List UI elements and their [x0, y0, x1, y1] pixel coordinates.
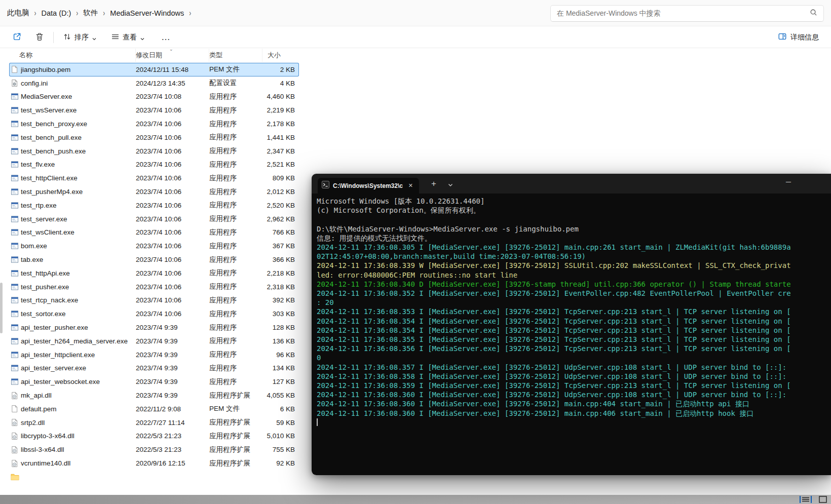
breadcrumb-item[interactable]: Data (D:) — [37, 7, 75, 19]
file-row[interactable]: libcrypto-3-x64.dll2022/5/3 21:23应用程序扩展5… — [9, 430, 299, 443]
terminal-titlebar[interactable]: C:\Windows\System32\cmd.e ✕ + ─ — [312, 174, 831, 193]
file-type: 应用程序 — [209, 106, 262, 115]
file-size: 2,012 KB — [262, 188, 297, 196]
terminal-minimize-button[interactable]: ─ — [786, 178, 791, 186]
file-date: 2023/7/4 10:06 — [136, 174, 209, 182]
file-row[interactable]: libssl-3-x64.dll2022/5/3 21:23应用程序扩展755 … — [9, 443, 299, 456]
exe-file-icon — [11, 296, 21, 304]
file-row[interactable]: test_rtcp_nack.exe2023/7/4 10:06应用程序392 … — [9, 294, 299, 307]
file-type: 应用程序 — [209, 377, 262, 386]
exe-file-icon — [11, 93, 21, 100]
share-button[interactable] — [8, 29, 26, 46]
view-lines-icon — [111, 32, 120, 43]
file-row[interactable]: srtp2.dll2022/7/27 11:14应用程序扩展59 KB — [9, 416, 299, 430]
breadcrumb-chevron-icon[interactable]: › — [75, 8, 79, 17]
chevron-down-icon — [92, 35, 97, 40]
file-row[interactable]: test_pusherMp4.exe2023/7/4 10:06应用程序2,01… — [9, 185, 299, 199]
file-size: 128 KB — [262, 324, 297, 331]
breadcrumb-chevron-icon[interactable]: › — [188, 8, 192, 17]
terminal-line: 0 — [317, 353, 831, 362]
file-row[interactable]: test_bench_push.exe2023/7/4 10:06应用程序2,3… — [9, 144, 299, 158]
file-row[interactable]: api_tester_server.exe2023/7/4 9:39应用程序13… — [9, 362, 299, 375]
file-date: 2023/7/4 10:06 — [136, 134, 209, 141]
delete-button[interactable] — [31, 29, 48, 46]
file-row[interactable]: bom.exe2023/7/4 10:06应用程序367 KB — [9, 239, 299, 253]
file-row[interactable]: test_wsServer.exe2023/7/4 10:06应用程序2,219… — [9, 103, 299, 117]
search-box[interactable]: 在 MediaServer-Windows 中搜索 — [550, 5, 824, 22]
file-size: 2,347 KB — [262, 147, 297, 155]
thumbnail-view-toggle[interactable] — [819, 496, 827, 503]
tab-close-icon[interactable]: ✕ — [406, 182, 415, 189]
file-name: test_httpClient.exe — [21, 174, 136, 182]
file-size: 6 KB — [262, 405, 297, 413]
file-name: api_tester_httpclient.exe — [21, 351, 136, 359]
sort-arrows-icon — [63, 32, 71, 43]
file-row[interactable]: test_sortor.exe2023/7/4 10:06应用程序303 KB — [9, 307, 299, 321]
file-row[interactable]: default.pem2022/11/2 9:08PEM 文件6 KB — [9, 402, 299, 416]
file-row[interactable]: test_rtp.exe2023/7/4 10:06应用程序2,520 KB — [9, 199, 299, 212]
sort-direction-icon: ⌄ — [169, 47, 173, 52]
file-name: tab.exe — [21, 256, 136, 263]
file-row[interactable]: api_tester_pusher.exe2023/7/4 9:39应用程序12… — [9, 321, 299, 334]
column-header-size[interactable]: 大小 — [262, 49, 299, 62]
file-size: 4,055 KB — [262, 392, 297, 399]
file-row[interactable]: MediaServer.exe2023/7/4 10:08应用程序4,460 K… — [9, 90, 299, 104]
column-header-name[interactable]: 名称 — [9, 49, 136, 62]
details-view-toggle[interactable] — [800, 496, 812, 503]
new-tab-button[interactable]: + — [431, 179, 436, 188]
more-options-button[interactable]: … — [157, 29, 175, 46]
tab-dropdown-button[interactable] — [447, 181, 454, 190]
exe-file-icon — [11, 283, 21, 291]
file-row[interactable] — [9, 470, 299, 484]
sort-button[interactable]: 排序 — [59, 29, 101, 46]
breadcrumb-chevron-icon[interactable]: › — [33, 8, 37, 17]
file-row[interactable]: test_wsClient.exe2023/7/4 10:06应用程序766 K… — [9, 226, 299, 240]
breadcrumb-item[interactable]: 此电脑 — [3, 6, 33, 20]
file-type: 应用程序 — [209, 323, 262, 332]
breadcrumb-chevron-icon[interactable]: › — [102, 8, 106, 17]
exe-file-icon — [11, 337, 21, 345]
file-row[interactable]: test_httpApi.exe2023/7/4 10:06应用程序2,218 … — [9, 266, 299, 280]
file-type: 应用程序 — [209, 187, 262, 197]
file-size: 2,520 KB — [262, 202, 297, 209]
file-row[interactable]: api_tester_httpclient.exe2023/7/4 9:39应用… — [9, 348, 299, 362]
file-row[interactable]: jiangshuibo.pem2024/12/11 15:48PEM 文件2 K… — [9, 63, 299, 76]
file-row[interactable]: config.ini2024/12/3 14:35配置设置4 KB — [9, 76, 299, 90]
search-input[interactable]: 在 MediaServer-Windows 中搜索 — [557, 9, 810, 18]
terminal-tab[interactable]: C:\Windows\System32\cmd.e ✕ — [318, 178, 419, 193]
file-row[interactable]: test_server.exe2023/7/4 10:06应用程序2,962 K… — [9, 212, 299, 226]
file-row[interactable]: test_flv.exe2023/7/4 10:06应用程序2,521 KB — [9, 158, 299, 172]
column-header-type[interactable]: 类型 — [209, 49, 262, 62]
file-size: 2 KB — [262, 66, 297, 73]
file-size: 2,521 KB — [262, 161, 297, 168]
file-size: 766 KB — [262, 228, 297, 236]
breadcrumb-item[interactable]: 软件 — [79, 6, 102, 20]
file-size: 2,218 KB — [262, 269, 297, 277]
file-row[interactable]: api_tester_websocket.exe2023/7/4 9:39应用程… — [9, 375, 299, 389]
file-row[interactable]: test_httpClient.exe2023/7/4 10:06应用程序809… — [9, 171, 299, 185]
file-row[interactable]: test_bench_proxy.exe2023/7/4 10:06应用程序2,… — [9, 117, 299, 131]
breadcrumb-item[interactable]: MediaServer-Windows — [106, 7, 188, 19]
terminal-line: 2024-12-11 17:36:08.354 I [MediaServer.e… — [317, 317, 831, 326]
file-list: jiangshuibo.pem2024/12/11 15:48PEM 文件2 K… — [9, 63, 299, 495]
search-icon[interactable] — [810, 9, 817, 18]
file-name: test_pusherMp4.exe — [21, 188, 136, 196]
terminal-line: (c) Microsoft Corporation。保留所有权利。 — [317, 206, 831, 215]
terminal-output[interactable]: Microsoft Windows [版本 10.0.22631.4460](c… — [312, 193, 831, 475]
file-name: libssl-3-x64.dll — [21, 446, 136, 453]
details-pane-button[interactable]: 详细信息 — [774, 29, 823, 46]
file-type: 应用程序 — [209, 309, 262, 319]
terminal-line: 2024-12-11 17:36:08.359 I [MediaServer.e… — [317, 381, 831, 390]
view-button[interactable]: 查看 — [107, 29, 149, 46]
file-row[interactable]: tab.exe2023/7/4 10:06应用程序366 KB — [9, 253, 299, 266]
explorer-status-bar — [0, 495, 831, 504]
file-row[interactable]: api_tester_h264_media_server.exe2023/7/4… — [9, 334, 299, 348]
terminal-line: 2024-12-11 17:36:08.360 I [MediaServer.e… — [317, 409, 831, 418]
file-row[interactable]: vcruntime140.dll2020/9/16 12:15应用程序扩展92 … — [9, 456, 299, 470]
left-scrollbar[interactable] — [0, 283, 3, 333]
file-row[interactable]: test_pusher.exe2023/7/4 10:06应用程序2,318 K… — [9, 280, 299, 294]
file-size: 134 KB — [262, 364, 297, 372]
column-header-date[interactable]: 修改日期 ⌄ — [136, 49, 209, 62]
file-row[interactable]: mk_api.dll2023/7/4 9:39应用程序扩展4,055 KB — [9, 389, 299, 402]
file-row[interactable]: test_bench_pull.exe2023/7/4 10:06应用程序1,4… — [9, 131, 299, 144]
